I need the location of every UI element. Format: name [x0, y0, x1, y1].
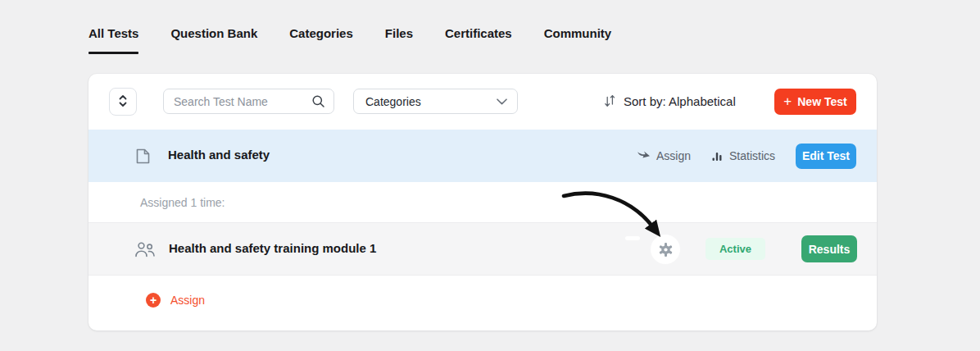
new-test-label: New Test — [797, 95, 846, 108]
statistics-action-label: Statistics — [729, 149, 775, 162]
assignment-row[interactable]: Health and safety training module 1 — [88, 223, 877, 276]
search-field — [163, 89, 334, 114]
assign-new-row: + Assign — [88, 276, 877, 330]
tab-categories[interactable]: Categories — [289, 25, 353, 54]
send-icon — [637, 150, 651, 162]
bar-chart-icon — [711, 150, 724, 162]
sort-control[interactable]: Sort by: Alphabetical — [604, 93, 736, 108]
assign-link-label: Assign — [170, 294, 205, 307]
group-people-icon — [134, 241, 156, 258]
collapse-expand-all-button[interactable] — [109, 88, 137, 116]
document-icon — [134, 147, 152, 166]
chevrons-up-down-icon — [117, 94, 129, 110]
assign-link[interactable]: + Assign — [146, 293, 205, 308]
page: All Tests Question Bank Categories Files… — [0, 0, 980, 351]
plus-icon: + — [783, 94, 792, 108]
gear-icon — [658, 242, 674, 258]
assigned-info-row: Assigned 1 time: — [88, 182, 877, 223]
tab-question-bank[interactable]: Question Bank — [170, 25, 257, 54]
edit-test-button[interactable]: Edit Test — [796, 144, 856, 169]
status-badge: Active — [706, 238, 765, 260]
chevron-down-icon — [497, 98, 507, 105]
new-test-button[interactable]: + New Test — [774, 89, 856, 115]
results-button[interactable]: Results — [801, 235, 857, 262]
top-nav-tabs: All Tests Question Bank Categories Files… — [88, 25, 611, 54]
assign-action[interactable]: Assign — [637, 149, 691, 162]
tests-list-card: Categories Sort by: Alphabetical + — [88, 74, 877, 330]
tab-files[interactable]: Files — [385, 25, 413, 54]
tab-community[interactable]: Community — [544, 25, 612, 54]
test-group-row[interactable]: Health and safety Assign — [88, 130, 877, 182]
sort-arrows-icon — [604, 93, 616, 108]
tab-certificates[interactable]: Certificates — [445, 25, 512, 54]
sort-by-label: Sort by: Alphabetical — [624, 94, 736, 108]
search-input[interactable] — [174, 95, 311, 108]
test-group-title: Health and safety — [168, 148, 270, 162]
test-group-actions: Assign Statistics Edit T — [637, 130, 856, 182]
statistics-action[interactable]: Statistics — [711, 149, 775, 162]
settings-gear-button[interactable] — [651, 235, 680, 264]
highlight-dash — [625, 236, 640, 240]
assigned-count-label: Assigned 1 time: — [140, 196, 225, 209]
categories-dropdown-value: Categories — [365, 95, 421, 108]
categories-dropdown[interactable]: Categories — [353, 89, 518, 114]
plus-circle-icon: + — [146, 293, 161, 308]
assign-action-label: Assign — [656, 149, 691, 162]
assignment-title: Health and safety training module 1 — [169, 241, 376, 255]
search-icon[interactable] — [311, 94, 325, 108]
tab-all-tests[interactable]: All Tests — [88, 25, 138, 54]
toolbar-row: Categories Sort by: Alphabetical + — [88, 74, 877, 130]
